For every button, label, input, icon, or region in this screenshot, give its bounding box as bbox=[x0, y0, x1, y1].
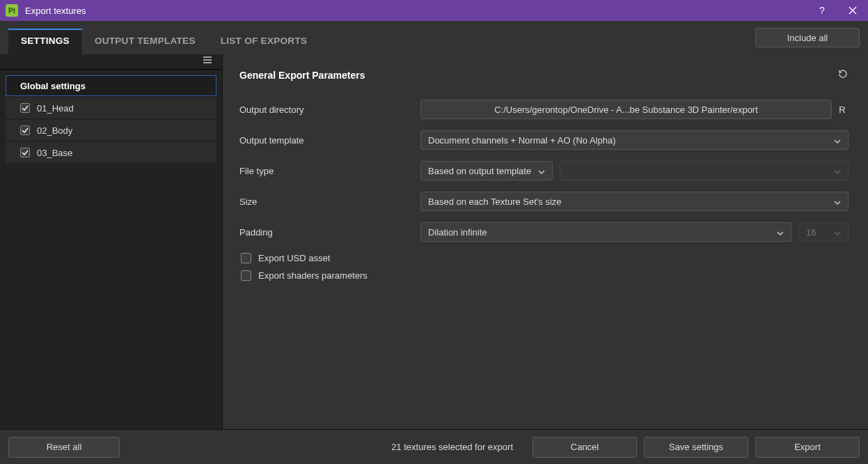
tab-settings[interactable]: SETTINGS bbox=[8, 29, 82, 54]
sidebar-item-global-settings[interactable]: Global settings bbox=[6, 75, 216, 96]
size-dropdown[interactable]: Based on each Texture Set's size bbox=[420, 192, 849, 211]
sidebar-item-03-base[interactable]: 03_Base bbox=[6, 142, 216, 163]
sidebar-item-label: Global settings bbox=[20, 81, 207, 91]
checkbox[interactable] bbox=[20, 148, 30, 157]
checkbox[interactable] bbox=[241, 253, 251, 263]
checkbox[interactable] bbox=[241, 270, 251, 281]
output-directory-value: C:/Users/gerontop/OneDrive - A...be Subs… bbox=[494, 105, 758, 115]
reset-all-button[interactable]: Reset all bbox=[8, 437, 120, 458]
padding-amount-value: 16 bbox=[806, 227, 816, 238]
padding-mode-dropdown[interactable]: Dilation infinite bbox=[420, 222, 791, 242]
checkbox[interactable] bbox=[20, 125, 30, 135]
file-type-dropdown[interactable]: Based on output template bbox=[420, 161, 553, 180]
output-directory-browse-button[interactable]: R bbox=[836, 105, 849, 115]
export-usd-label: Export USD asset bbox=[258, 253, 330, 263]
sidebar-item-label: 02_Body bbox=[37, 125, 207, 136]
tab-list-of-exports[interactable]: LIST OF EXPORTS bbox=[208, 29, 320, 54]
sidebar-item-label: 01_Head bbox=[37, 103, 207, 114]
chevron-down-icon bbox=[834, 166, 841, 176]
file-type-label: File type bbox=[239, 166, 420, 176]
output-directory-field[interactable]: C:/Users/gerontop/OneDrive - A...be Subs… bbox=[420, 100, 832, 119]
export-shaders-row[interactable]: Export shaders parameters bbox=[241, 270, 849, 281]
size-label: Size bbox=[239, 196, 420, 207]
chevron-down-icon bbox=[834, 227, 841, 238]
export-button[interactable]: Export bbox=[755, 437, 860, 458]
file-type-secondary-dropdown bbox=[560, 161, 849, 180]
output-template-label: Output template bbox=[239, 135, 420, 146]
sidebar: Global settings 01_Head 02_Body 03_Base bbox=[0, 54, 223, 429]
section-title: General Export Parameters bbox=[239, 70, 365, 81]
sidebar-item-01-head[interactable]: 01_Head bbox=[6, 98, 216, 118]
include-all-button[interactable]: Include all bbox=[755, 28, 860, 47]
padding-amount-dropdown: 16 bbox=[798, 222, 849, 242]
output-template-value: Document channels + Normal + AO (No Alph… bbox=[428, 135, 616, 146]
save-settings-button[interactable]: Save settings bbox=[644, 437, 748, 458]
cancel-button[interactable]: Cancel bbox=[532, 437, 637, 458]
sidebar-item-label: 03_Base bbox=[37, 148, 207, 158]
app-icon: Pt bbox=[6, 4, 18, 17]
titlebar: Pt Export textures ? bbox=[0, 0, 868, 21]
size-value: Based on each Texture Set's size bbox=[428, 196, 562, 207]
chevron-down-icon bbox=[834, 135, 841, 146]
close-button[interactable] bbox=[837, 0, 868, 21]
padding-mode-value: Dilation infinite bbox=[428, 227, 487, 238]
reset-defaults-icon[interactable] bbox=[837, 68, 849, 82]
footer: Reset all 21 textures selected for expor… bbox=[0, 429, 868, 464]
help-button[interactable]: ? bbox=[807, 0, 837, 21]
output-template-dropdown[interactable]: Document channels + Normal + AO (No Alph… bbox=[420, 130, 849, 150]
chevron-down-icon bbox=[777, 227, 784, 238]
file-type-value: Based on output template bbox=[428, 166, 531, 176]
chevron-down-icon bbox=[834, 196, 841, 207]
sidebar-item-02-body[interactable]: 02_Body bbox=[6, 120, 216, 141]
export-status-text: 21 textures selected for export bbox=[132, 442, 526, 452]
tab-bar: SETTINGS OUTPUT TEMPLATES LIST OF EXPORT… bbox=[0, 21, 868, 54]
output-directory-label: Output directory bbox=[239, 105, 420, 115]
chevron-down-icon bbox=[538, 166, 545, 176]
main-panel: General Export Parameters Output directo… bbox=[223, 54, 868, 429]
filter-icon[interactable] bbox=[203, 56, 214, 68]
export-shaders-label: Export shaders parameters bbox=[258, 270, 368, 281]
window-title: Export textures bbox=[25, 6, 86, 16]
tab-output-templates[interactable]: OUTPUT TEMPLATES bbox=[82, 29, 208, 54]
checkbox[interactable] bbox=[20, 103, 30, 113]
padding-label: Padding bbox=[239, 227, 420, 238]
export-usd-row[interactable]: Export USD asset bbox=[241, 253, 849, 263]
